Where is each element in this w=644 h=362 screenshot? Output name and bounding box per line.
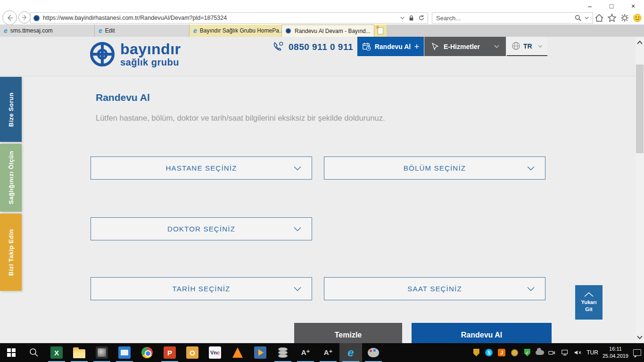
volume-muted-icon[interactable] bbox=[574, 348, 582, 357]
settings-gear-icon[interactable] bbox=[620, 13, 629, 23]
search-dropdown-icon[interactable] bbox=[585, 16, 589, 19]
doktor-select[interactable]: DOKTOR SEÇİNİZ bbox=[91, 217, 312, 240]
web-page: bayındır sağlık grubu 0850 911 0 911 bbox=[0, 37, 644, 343]
taskbar-outlook[interactable]: O bbox=[181, 343, 204, 362]
taskbar-font-tool-1[interactable]: A⁺ bbox=[294, 343, 317, 362]
browser-tab-1[interactable]: e sms.ttmesaj.com bbox=[0, 25, 95, 37]
forward-button[interactable] bbox=[18, 11, 31, 24]
action-center-icon[interactable] bbox=[633, 348, 641, 357]
maximize-button[interactable]: □ bbox=[601, 0, 622, 12]
java-tool-icon[interactable]: J bbox=[497, 348, 506, 357]
scrollbar-thumb[interactable] bbox=[636, 65, 644, 153]
search-input[interactable] bbox=[436, 15, 575, 22]
taskbar-database-tool[interactable] bbox=[272, 343, 294, 362]
taskbar-search-button[interactable] bbox=[23, 343, 45, 362]
site-logo[interactable]: bayındır sağlık grubu bbox=[90, 41, 181, 67]
chrome-icon bbox=[141, 347, 153, 358]
chevron-down-icon bbox=[294, 227, 301, 231]
taskbar-chrome[interactable] bbox=[136, 343, 158, 362]
tab-bar: e sms.ttmesaj.com e Edit e Bayındır Sağl… bbox=[0, 25, 644, 37]
taskbar-internet-explorer[interactable]: e bbox=[339, 343, 362, 362]
tab-title: Edit bbox=[105, 27, 115, 34]
browser-tab-3[interactable]: e Bayındır Sağlık Grubu HomePa... bbox=[190, 25, 282, 37]
security-shield-icon[interactable] bbox=[472, 348, 480, 357]
refresh-icon[interactable] bbox=[418, 15, 425, 21]
phone-icon bbox=[272, 41, 284, 53]
language-selector[interactable]: TR bbox=[507, 37, 547, 56]
onedrive-icon[interactable] bbox=[536, 348, 544, 357]
scroll-up-arrow[interactable] bbox=[636, 38, 644, 47]
taskbar-excel[interactable]: X bbox=[45, 343, 68, 362]
search-box[interactable] bbox=[432, 12, 593, 24]
back-arrow-icon bbox=[6, 14, 14, 22]
windows-logo-icon bbox=[7, 348, 16, 357]
hastane-select[interactable]: HASTANE SEÇİNİZ bbox=[91, 156, 312, 180]
address-bar-icons bbox=[400, 15, 425, 21]
site-favicon bbox=[286, 28, 291, 33]
network-icon[interactable] bbox=[561, 348, 570, 357]
select-label: BÖLÜM SEÇİNİZ bbox=[404, 164, 466, 172]
taskbar-photos[interactable] bbox=[91, 343, 113, 362]
taskbar-media-player[interactable] bbox=[249, 343, 272, 362]
photo-icon bbox=[96, 346, 108, 359]
database-icon bbox=[278, 347, 288, 358]
taskbar-clock[interactable]: 16:11 25.04.2019 bbox=[603, 346, 628, 360]
scroll-down-arrow[interactable] bbox=[636, 333, 644, 342]
randevu-al-nav-button[interactable]: Randevu Al + bbox=[357, 37, 424, 56]
page-title: Randevu Al bbox=[96, 92, 150, 103]
powerpoint-icon: P bbox=[164, 346, 176, 359]
taskbar-powerpoint[interactable]: P bbox=[158, 343, 181, 362]
url-dropdown-icon[interactable] bbox=[400, 16, 405, 19]
saat-select[interactable]: SAAT SEÇİNİZ bbox=[324, 277, 545, 300]
tarih-select[interactable]: TARİH SEÇİNİZ bbox=[91, 277, 312, 300]
sidebar-tab-sagliginizi-olcun[interactable]: Sağlığınızı Ölçün bbox=[0, 144, 22, 212]
taskbar-vlc[interactable] bbox=[226, 343, 249, 362]
taskbar-font-tool-2[interactable]: A⁺ bbox=[317, 343, 339, 362]
close-button[interactable]: × bbox=[622, 0, 644, 12]
power-plug-icon[interactable] bbox=[548, 348, 557, 357]
chevron-down-icon bbox=[527, 166, 535, 170]
paint-palette-icon bbox=[368, 348, 379, 357]
address-bar[interactable] bbox=[30, 12, 428, 24]
vertical-scrollbar[interactable] bbox=[636, 37, 644, 343]
new-tab-button[interactable] bbox=[374, 25, 387, 37]
select-label: TARİH SEÇİNİZ bbox=[173, 285, 231, 293]
windows-defender-icon[interactable]: ✓ bbox=[523, 348, 531, 357]
search-icon[interactable] bbox=[575, 15, 582, 22]
search-icon bbox=[29, 348, 39, 357]
temizle-button[interactable]: Temizle bbox=[294, 323, 402, 343]
skype-icon[interactable]: S bbox=[485, 348, 493, 357]
taskbar-contacts[interactable] bbox=[113, 343, 136, 362]
e-hizmetler-button[interactable]: E-Hizmetler bbox=[424, 37, 506, 56]
clock-date: 25.04.2019 bbox=[603, 353, 628, 359]
sidebar-tab-label: Sağlığınızı Ölçün bbox=[8, 151, 15, 204]
cursor-icon bbox=[431, 42, 439, 51]
internet-explorer-icon: e bbox=[347, 346, 354, 359]
forward-arrow-icon bbox=[21, 14, 28, 21]
taskbar-paint[interactable] bbox=[362, 343, 385, 362]
backup-tool-icon[interactable] bbox=[510, 348, 519, 357]
home-icon[interactable] bbox=[594, 13, 604, 23]
vnc-icon: Vnc bbox=[209, 346, 221, 359]
taskbar-vnc[interactable]: Vnc bbox=[204, 343, 226, 362]
system-tray: S J ✓ TUR 16:11 25.04.2019 bbox=[472, 343, 641, 362]
url-input[interactable] bbox=[43, 15, 400, 21]
phone-contact[interactable]: 0850 911 0 911 bbox=[272, 41, 353, 53]
back-to-top-button[interactable]: Yukarı Git bbox=[575, 285, 603, 320]
sidebar-tab-bize-sorun[interactable]: Bize Sorun bbox=[0, 77, 22, 142]
start-button[interactable] bbox=[0, 343, 23, 362]
randevu-al-submit-button[interactable]: Randevu Al bbox=[412, 323, 552, 343]
browser-tab-4-active[interactable]: Randevu Al Devam - Bayınd... × bbox=[282, 25, 374, 37]
taskbar-file-explorer[interactable] bbox=[68, 343, 91, 362]
back-to-top-label: Yukarı Git bbox=[581, 299, 596, 313]
sidebar-tab-bizi-takip-edin[interactable]: Bizi Takip Edin bbox=[0, 214, 22, 291]
logo-line1: bayındır bbox=[120, 41, 181, 57]
favorites-star-icon[interactable] bbox=[607, 13, 617, 23]
minimize-button[interactable]: – bbox=[579, 0, 601, 12]
feedback-smiley-icon[interactable] bbox=[633, 13, 642, 23]
bolum-select[interactable]: BÖLÜM SEÇİNİZ bbox=[324, 156, 545, 180]
keyboard-language[interactable]: TUR bbox=[586, 349, 598, 356]
site-header: bayındır sağlık grubu 0850 911 0 911 bbox=[0, 37, 644, 76]
back-button[interactable] bbox=[2, 10, 17, 25]
browser-tab-2[interactable]: e Edit bbox=[95, 25, 190, 37]
